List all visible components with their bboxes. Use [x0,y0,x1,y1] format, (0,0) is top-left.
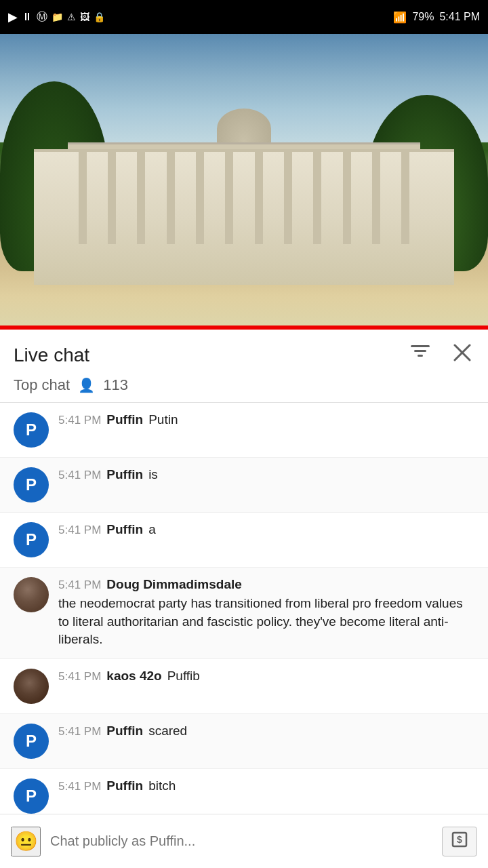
column [79,149,87,244]
close-button[interactable] [450,340,474,370]
chat-message: P 5:41 PM Puffin scared [0,714,488,769]
send-icon: $ [450,830,469,853]
chat-message: P 5:41 PM Puffin Putin [0,403,488,458]
avatar: P [14,724,49,759]
notification-icon-3: 📁 [52,12,63,22]
avatar: P [14,522,49,557]
message-meta: 5:41 PM Puffin bitch [58,778,474,793]
message-text: a [148,522,156,537]
message-text: Putin [148,412,178,427]
message-content: 5:41 PM Puffin bitch [58,778,474,793]
message-author: Puffin [106,412,143,427]
message-meta: 5:41 PM Puffin a [58,522,474,537]
filter-icon [409,343,431,362]
status-bar-left: ▶ ⏸ Ⓜ 📁 ⚠ 🖼 🔒 [8,9,105,24]
message-meta: 5:41 PM Puffin scared [58,724,474,738]
topchat-row: Top chat 👤 113 [14,376,474,402]
svg-rect-1 [414,350,426,352]
message-content: 5:41 PM Doug Dimmadimsdale the neodemocr… [58,577,474,649]
notification-icon-6: 🔒 [94,12,105,22]
avatar [14,669,49,704]
message-content: 5:41 PM Puffin is [58,467,474,482]
message-time: 5:41 PM [58,414,101,427]
message-time: 5:41 PM [58,524,101,537]
notification-icon-2: Ⓜ [37,10,47,24]
avatar: P [14,467,49,502]
message-time: 5:41 PM [58,780,101,793]
notification-icon-4: ⚠ [67,12,76,22]
viewer-count: 113 [103,376,128,394]
message-author: Puffin [106,522,143,537]
youtube-icon: ▶ [8,9,18,24]
message-author: Puffin [106,778,143,793]
building-facade [34,149,454,285]
chat-message: P 5:41 PM Puffin is [0,458,488,513]
message-time: 5:41 PM [58,469,101,482]
column [196,149,204,244]
message-author: kaos 42o [106,669,161,684]
message-text: Puffib [167,669,200,684]
video-player[interactable] [0,34,488,326]
chat-message: P 5:41 PM Puffin a [0,513,488,568]
notification-icon-5: 🖼 [80,12,89,22]
filter-button[interactable] [407,340,434,370]
notification-icon-1: ⏸ [22,11,33,23]
chat-input-bar: 😐 $ [0,814,488,868]
message-content: 5:41 PM kaos 42o Puffib [58,669,474,684]
avatar [14,577,49,612]
building-columns [68,136,420,244]
status-bar: ▶ ⏸ Ⓜ 📁 ⚠ 🖼 🔒 📶 79% 5:41 PM [0,0,488,34]
message-text: is [148,467,158,482]
chat-message: 5:41 PM Doug Dimmadimsdale the neodemocr… [0,568,488,659]
battery-text: 79% [412,11,434,23]
livechat-title: Live chat [14,344,89,366]
column [401,149,409,244]
avatar: P [14,778,49,814]
message-time: 5:41 PM [58,725,101,738]
emoji-icon: 😐 [14,830,38,852]
message-meta: 5:41 PM Puffin Putin [58,412,474,427]
column [137,149,145,244]
column [372,149,380,244]
svg-text:$: $ [457,834,462,845]
message-meta: 5:41 PM kaos 42o Puffib [58,669,474,684]
message-author: Puffin [106,467,143,482]
column [284,149,292,244]
wifi-icon: 📶 [393,11,407,24]
column [343,149,351,244]
chat-messages-container: P 5:41 PM Puffin Putin P 5:41 PM Puffin … [0,403,488,868]
chat-message: 5:41 PM kaos 42o Puffib [0,659,488,714]
topchat-label: Top chat [14,376,70,394]
column [313,149,321,244]
avatar: P [14,412,49,448]
message-meta: 5:41 PM Doug Dimmadimsdale [58,577,474,592]
send-button[interactable]: $ [442,827,477,856]
close-icon [453,343,472,362]
column [108,149,116,244]
header-icons [407,340,474,370]
message-meta: 5:41 PM Puffin is [58,467,474,482]
message-text: bitch [148,778,176,793]
message-time: 5:41 PM [58,578,101,592]
svg-rect-2 [418,355,423,357]
livechat-header: Live chat Top chat 👤 113 [0,330,488,403]
livechat-title-row: Live chat [14,340,474,370]
message-author: Puffin [106,724,143,738]
column [225,149,233,244]
status-bar-right: 📶 79% 5:41 PM [393,11,480,24]
message-content: 5:41 PM Puffin Putin [58,412,474,427]
emoji-button[interactable]: 😐 [11,827,41,856]
message-body: the neodemocrat party has transitioned f… [58,595,474,649]
column [167,149,175,244]
message-content: 5:41 PM Puffin scared [58,724,474,738]
message-content: 5:41 PM Puffin a [58,522,474,537]
viewers-icon: 👤 [78,377,95,393]
column [255,149,263,244]
svg-rect-0 [411,345,430,347]
message-time: 5:41 PM [58,670,101,684]
chat-input[interactable] [50,833,432,849]
message-text: scared [148,724,187,738]
time-display: 5:41 PM [439,11,480,23]
message-author: Doug Dimmadimsdale [106,577,242,592]
